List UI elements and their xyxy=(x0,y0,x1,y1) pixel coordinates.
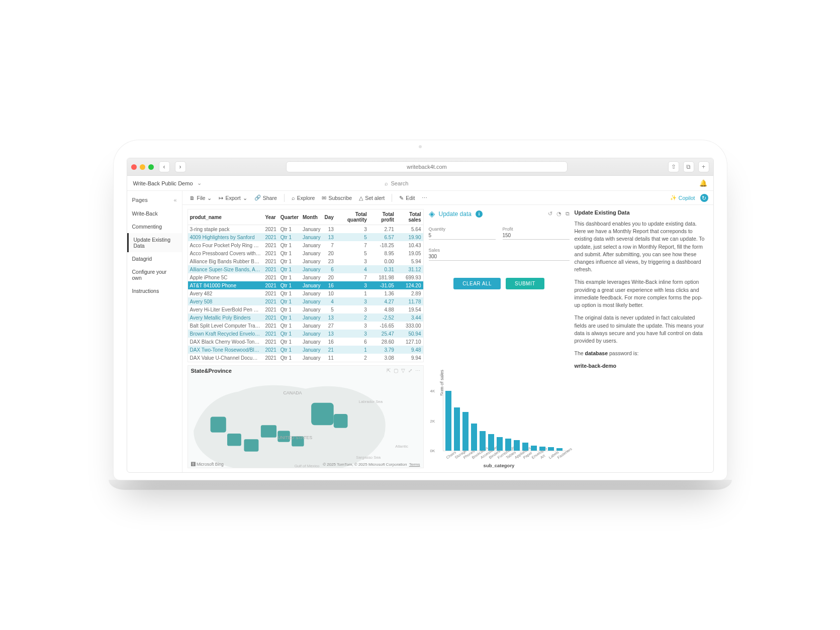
new-tab-icon[interactable]: + xyxy=(698,161,709,172)
table-header[interactable]: Quarter xyxy=(278,209,301,225)
svg-text:Atlantic: Atlantic xyxy=(395,444,408,449)
table-header[interactable]: Total quantity xyxy=(336,209,369,225)
refresh-icon[interactable]: ↻ xyxy=(700,194,708,202)
traffic-lights[interactable] xyxy=(131,164,154,170)
chart-bar[interactable] xyxy=(471,424,477,451)
sales-input[interactable] xyxy=(429,253,570,261)
tabs-icon[interactable]: ⧉ xyxy=(683,161,694,172)
chart-bar[interactable] xyxy=(462,412,469,451)
table-row[interactable]: Brown Kraft Recycled Envelopes2021Qtr 1J… xyxy=(188,330,423,338)
chart-bar[interactable] xyxy=(514,440,520,451)
subscribe-button[interactable]: ✉ Subscribe xyxy=(320,194,354,202)
chart-bar[interactable] xyxy=(531,446,537,451)
profit-label: Profit xyxy=(503,227,570,232)
info-panel: Update Existing Data This dashboard enab… xyxy=(575,209,708,468)
popout-icon[interactable]: ⧉ xyxy=(566,211,570,217)
sidebar-item[interactable]: Commenting xyxy=(127,220,182,233)
set-alert-button[interactable]: △ Set alert xyxy=(357,194,387,202)
table-row[interactable]: Acco Pressboard Covers with St...2021Qtr… xyxy=(188,249,423,257)
chart-bar[interactable] xyxy=(497,437,503,451)
table-row[interactable]: Alliance Big Bands Rubber Band...2021Qtr… xyxy=(188,257,423,265)
svg-rect-7 xyxy=(210,417,226,433)
share-button[interactable]: 🔗 Share xyxy=(252,193,279,202)
chart-bar[interactable] xyxy=(522,443,528,451)
chart-bar[interactable] xyxy=(454,407,460,451)
workspace-name[interactable]: Write-Back Public Demo xyxy=(133,180,193,186)
table-header[interactable]: Day xyxy=(322,209,335,225)
table-row[interactable]: Avery Metallic Poly Binders2021Qtr 1Janu… xyxy=(188,313,423,322)
share-icon[interactable]: ⇧ xyxy=(668,161,679,172)
svg-text:Labrador Sea: Labrador Sea xyxy=(358,399,383,404)
table-row[interactable]: Alliance Super-Size Bands, Asso...2021Qt… xyxy=(188,265,423,273)
table-row[interactable]: Balt Split Level Computer Traini...2021Q… xyxy=(188,322,423,330)
bar-chart[interactable]: Sum of sales 0K2K4KChairsStoragePhonesBo… xyxy=(429,297,570,468)
chart-bar[interactable] xyxy=(548,447,554,451)
sidebar-item[interactable]: Write-Back xyxy=(127,207,182,220)
info-icon[interactable]: i xyxy=(476,211,483,218)
copilot-button[interactable]: ✨ Copilot xyxy=(668,193,697,202)
chart-bar[interactable] xyxy=(556,448,563,451)
search-icon: ⌕ xyxy=(385,180,388,186)
collapse-icon[interactable]: « xyxy=(173,197,176,203)
sidebar-item[interactable]: Configure your own xyxy=(127,265,182,284)
filter-icon[interactable]: ▽ xyxy=(401,368,405,373)
chart-bar[interactable] xyxy=(488,434,494,451)
table-header[interactable]: Month xyxy=(301,209,323,225)
clear-all-button[interactable]: CLEAR ALL xyxy=(453,278,501,289)
focus-icon[interactable]: ▢ xyxy=(394,368,398,373)
drill-up-icon[interactable]: ⇱ xyxy=(387,368,391,373)
table-header[interactable]: produt_name xyxy=(188,209,263,225)
chevron-down-icon[interactable]: ⌄ xyxy=(197,180,202,186)
search-input[interactable]: ⌕ Search xyxy=(380,178,521,188)
svg-rect-6 xyxy=(227,434,241,446)
svg-rect-5 xyxy=(244,439,258,452)
quantity-input[interactable] xyxy=(429,232,496,240)
more-icon[interactable]: ⋯ xyxy=(415,368,420,373)
table-row[interactable]: Acco Four Pocket Poly Ring Bin...2021Qtr… xyxy=(188,241,423,249)
url-bar[interactable]: writeback4t.com xyxy=(286,161,568,172)
info-p2: This example leverages Write-Back inline… xyxy=(575,278,708,309)
table-row[interactable]: DAX Black Cherry Wood-Tone P...2021Qtr 1… xyxy=(188,338,423,346)
chart-bar[interactable] xyxy=(445,391,451,451)
writeback-title: Update data xyxy=(439,211,472,218)
profit-input[interactable] xyxy=(503,232,570,240)
notifications-icon[interactable]: 🔔 xyxy=(699,179,707,187)
forward-button[interactable]: › xyxy=(175,161,186,172)
table-header[interactable]: Year xyxy=(263,209,278,225)
sidebar-item[interactable]: Instructions xyxy=(127,284,182,297)
map-attr-right: © 2025 TomTom, © 2025 Microsoft Corporat… xyxy=(323,462,420,467)
export-menu[interactable]: ↦ Export ⌄ xyxy=(217,194,249,202)
chart-bar[interactable] xyxy=(539,447,545,451)
history-icon[interactable]: ↺ xyxy=(548,211,552,217)
info-p4: The database password is: xyxy=(575,350,708,357)
chart-bar[interactable] xyxy=(505,439,511,451)
table-row[interactable]: AT&T 841000 Phone2021Qtr 1January163-31.… xyxy=(188,281,423,289)
file-menu[interactable]: 🗎 File ⌄ xyxy=(188,194,214,202)
submit-button[interactable]: SUBMIT xyxy=(506,278,544,289)
chart-bar[interactable] xyxy=(480,431,486,451)
map-visual[interactable]: State&Province ⇱ ▢ ▽ ⤢ ⋯ xyxy=(188,365,424,468)
expand-icon[interactable]: ⤢ xyxy=(408,368,412,373)
sidebar-item[interactable]: Datagrid xyxy=(127,252,182,265)
table-row[interactable]: 3-ring staple pack2021Qtr 1January1332.7… xyxy=(188,225,423,234)
svg-text:Sargasso Sea: Sargasso Sea xyxy=(356,455,381,460)
table-row[interactable]: DAX Two-Tone Rosewood/Black...2021Qtr 1J… xyxy=(188,346,423,354)
monthly-report-table[interactable]: produt_nameYearQuarterMonthDayTotal quan… xyxy=(188,209,424,362)
table-header[interactable]: Total sales xyxy=(396,209,423,225)
svg-text:Gulf of Mexico: Gulf of Mexico xyxy=(294,464,319,468)
sidebar-item[interactable]: Update Existing Data xyxy=(127,233,182,252)
explore-button[interactable]: ⌕ Explore xyxy=(290,194,317,202)
table-row[interactable]: 4009 Highlighters by Sanford2021Qtr 1Jan… xyxy=(188,233,423,241)
clock-icon[interactable]: ◔ xyxy=(556,211,562,217)
table-header[interactable]: Total profit xyxy=(369,209,396,225)
table-row[interactable]: DAX Value U-Channel Docume...2021Qtr 1Ja… xyxy=(188,354,423,362)
map-label-us: UNITED STATES xyxy=(277,435,312,440)
table-row[interactable]: Apple iPhone 5C2021Qtr 1January207181.98… xyxy=(188,273,423,281)
back-button[interactable]: ‹ xyxy=(159,161,170,172)
more-menu[interactable]: ⋯ xyxy=(420,194,429,202)
table-row[interactable]: Avery 5082021Qtr 1January434.2711.78 xyxy=(188,297,423,305)
edit-button[interactable]: ✎ Edit xyxy=(397,194,417,202)
svg-rect-1 xyxy=(333,414,347,428)
table-row[interactable]: Avery 4822021Qtr 1January1011.362.89 xyxy=(188,289,423,297)
table-row[interactable]: Avery Hi-Liter EverBold Pen Styl...2021Q… xyxy=(188,305,423,313)
